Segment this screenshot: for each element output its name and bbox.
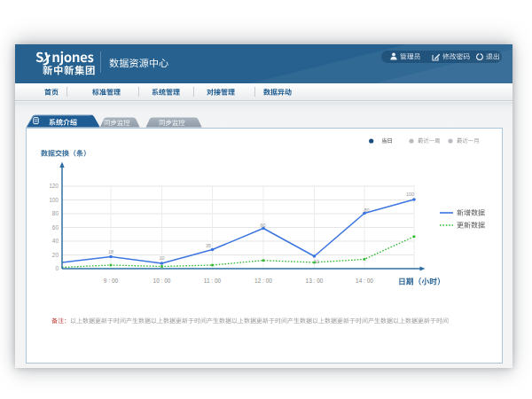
svg-text:9 : 00: 9 : 00 (104, 278, 119, 284)
svg-text:10: 10 (314, 259, 319, 264)
svg-text:40: 40 (52, 238, 59, 244)
svg-text:100: 100 (49, 197, 59, 203)
svg-text:10 : 00: 10 : 00 (153, 278, 171, 284)
svg-text:10: 10 (159, 255, 164, 261)
svg-text:14 : 00: 14 : 00 (356, 278, 373, 284)
svg-text:18: 18 (108, 249, 113, 254)
svg-text:35: 35 (206, 243, 211, 248)
svg-text:120: 120 (49, 183, 59, 189)
svg-text:13 : 00: 13 : 00 (306, 278, 324, 284)
svg-text:20: 20 (52, 252, 59, 258)
svg-text:12 : 00: 12 : 00 (254, 278, 272, 284)
svg-text:80: 80 (52, 210, 59, 216)
svg-text:60: 60 (52, 224, 59, 231)
svg-text:100: 100 (406, 192, 414, 197)
svg-text:0: 0 (55, 265, 59, 271)
svg-text:80: 80 (364, 207, 369, 213)
svg-text:11 : 00: 11 : 00 (204, 278, 222, 284)
svg-text:60: 60 (260, 223, 265, 228)
